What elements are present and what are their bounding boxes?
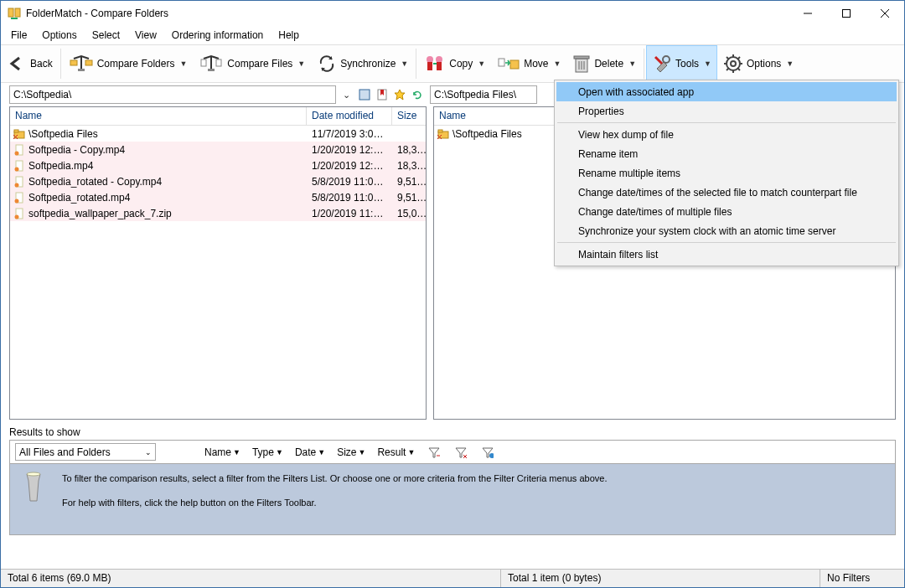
menu-ordering[interactable]: Ordering information <box>165 28 270 43</box>
menu-item[interactable]: Open with associated app <box>556 82 897 101</box>
filter-size[interactable]: Size▼ <box>337 446 365 458</box>
svg-point-61 <box>27 472 40 476</box>
file-icon <box>13 176 25 188</box>
svg-rect-54 <box>438 130 442 132</box>
svg-point-28 <box>731 61 736 66</box>
synchronize-button[interactable]: Synchronize ▼ <box>311 45 414 82</box>
left-path-input[interactable] <box>9 85 336 104</box>
svg-point-44 <box>15 151 19 155</box>
file-icon <box>13 160 25 172</box>
filter-result[interactable]: Result▼ <box>377 446 415 458</box>
list-item[interactable]: Softpedia.mp41/20/2019 12:…18,3… <box>10 157 426 173</box>
list-item[interactable]: softpedia_wallpaper_pack_7.zip1/20/2019 … <box>10 205 426 221</box>
svg-point-60 <box>489 453 494 458</box>
svg-rect-18 <box>510 60 519 69</box>
svg-point-48 <box>15 183 19 187</box>
filter-date[interactable]: Date▼ <box>295 446 325 458</box>
chevron-down-icon: ▼ <box>296 59 305 68</box>
close-button[interactable] <box>866 1 904 26</box>
minimize-button[interactable] <box>789 1 827 26</box>
menu-file[interactable]: File <box>4 28 34 43</box>
col-name[interactable]: Name <box>10 107 307 125</box>
toolbar: Back Compare Folders ▼ Compare Files ▼ S… <box>1 44 904 83</box>
bookmark-icon[interactable] <box>375 85 390 104</box>
menu-item[interactable]: Change date/times of multiple files <box>556 202 897 221</box>
move-button[interactable]: Move ▼ <box>491 45 566 82</box>
chevron-down-icon: ▼ <box>178 59 187 68</box>
svg-rect-21 <box>574 56 589 59</box>
svg-line-34 <box>737 68 740 70</box>
svg-line-26 <box>655 57 662 64</box>
menu-item[interactable]: Change date/times of the selected file t… <box>556 183 897 202</box>
svg-line-33 <box>727 57 729 59</box>
list-item[interactable]: \Softpedia Files11/7/2019 3:0… <box>10 126 426 142</box>
svg-rect-17 <box>437 62 442 70</box>
svg-rect-12 <box>216 59 221 66</box>
svg-point-16 <box>436 56 442 63</box>
svg-point-46 <box>15 167 19 171</box>
menu-view[interactable]: View <box>128 28 163 43</box>
svg-point-25 <box>663 56 670 63</box>
folder-icon <box>437 128 449 140</box>
window-title: FolderMatch - Compare Folders <box>26 8 789 19</box>
statusbar: Total 6 items (69.0 MB) Total 1 item (0 … <box>1 569 904 587</box>
refresh-icon[interactable] <box>411 85 425 104</box>
compare-folders-button[interactable]: Compare Folders ▼ <box>63 45 194 82</box>
compare-files-button[interactable]: Compare Files ▼ <box>193 45 311 82</box>
menu-help[interactable]: Help <box>272 28 306 43</box>
copy-button[interactable]: Copy ▼ <box>418 45 491 82</box>
svg-rect-37 <box>359 90 370 100</box>
right-path-input[interactable] <box>430 85 537 104</box>
results-section: Results to show All Files and Folders ⌄ … <box>1 425 904 535</box>
results-toolbar: All Files and Folders ⌄ Name▼ Type▼ Date… <box>9 440 896 463</box>
hint-text-2: For help with filters, click the help bu… <box>62 495 607 511</box>
path-dropdown-button[interactable]: ⌄ <box>339 85 354 104</box>
folder-icon <box>13 128 25 140</box>
tools-icon <box>652 54 672 74</box>
left-rows[interactable]: \Softpedia Files11/7/2019 3:0…Softpedia … <box>10 126 426 419</box>
list-item[interactable]: Softpedia_rotated - Copy.mp45/8/2019 11:… <box>10 173 426 189</box>
svg-line-36 <box>727 68 729 70</box>
svg-rect-15 <box>427 62 432 70</box>
funnel-help-icon[interactable] <box>480 445 495 460</box>
sync-icon <box>317 54 337 74</box>
save-icon[interactable] <box>358 85 372 104</box>
filter-name[interactable]: Name▼ <box>204 446 240 458</box>
svg-point-50 <box>15 199 19 203</box>
funnel-clear-icon[interactable] <box>453 445 468 460</box>
funnel-icon[interactable] <box>427 445 442 460</box>
tools-button[interactable]: Tools ▼ <box>646 45 717 82</box>
menu-select[interactable]: Select <box>85 28 127 43</box>
svg-rect-0 <box>8 8 13 17</box>
chevron-down-icon: ▼ <box>702 59 711 68</box>
filter-type[interactable]: Type▼ <box>252 446 283 458</box>
svg-rect-7 <box>70 60 77 65</box>
menu-item[interactable]: Rename item <box>556 144 897 163</box>
svg-rect-13 <box>208 69 215 71</box>
trash-icon <box>572 54 591 74</box>
menubar: File Options Select View Ordering inform… <box>1 26 904 44</box>
menu-item[interactable]: Rename multiple items <box>556 163 897 183</box>
col-size[interactable]: Size <box>392 107 426 125</box>
menu-item[interactable]: View hex dump of file <box>556 125 897 144</box>
svg-rect-40 <box>14 130 18 132</box>
back-button[interactable]: Back <box>1 45 59 82</box>
app-icon <box>8 7 21 20</box>
options-button[interactable]: Options ▼ <box>717 45 799 82</box>
compare-files-icon <box>199 54 224 74</box>
svg-rect-3 <box>843 10 851 18</box>
gear-icon <box>723 54 743 74</box>
menu-options[interactable]: Options <box>35 28 83 43</box>
delete-button[interactable]: Delete ▼ <box>566 45 642 82</box>
maximize-button[interactable] <box>827 1 866 26</box>
list-item[interactable]: Softpedia_rotated.mp45/8/2019 11:0…9,51… <box>10 189 426 205</box>
svg-rect-9 <box>78 69 85 71</box>
menu-item[interactable]: Synchronize your system clock with an at… <box>556 221 897 240</box>
col-date[interactable]: Date modified <box>307 107 392 125</box>
list-item[interactable]: Softpedia - Copy.mp41/20/2019 12:…18,3… <box>10 142 426 157</box>
compare-folders-icon <box>69 54 94 74</box>
filter-select[interactable]: All Files and Folders ⌄ <box>15 443 156 461</box>
menu-item[interactable]: Properties <box>556 101 897 121</box>
star-icon[interactable] <box>393 85 407 104</box>
menu-item[interactable]: Maintain filters list <box>556 245 897 264</box>
